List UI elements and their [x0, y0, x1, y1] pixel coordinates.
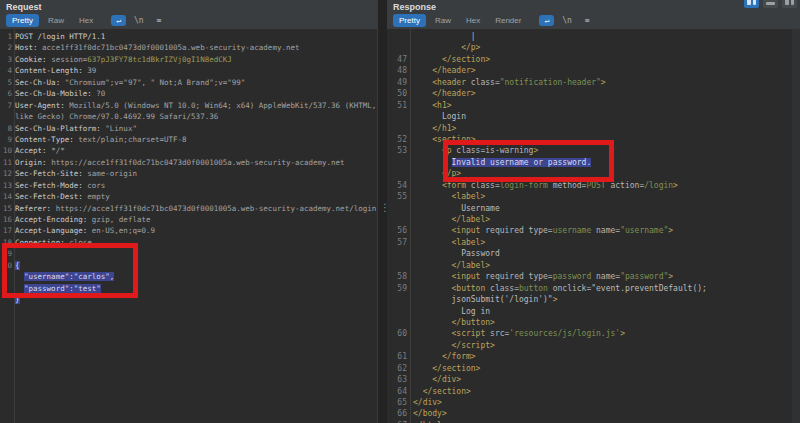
line-number: 8 [0, 123, 12, 134]
code-line: 63 </div> [387, 374, 800, 385]
code-line: 12Sec-Fetch-Site: same-origin [0, 168, 377, 179]
code-line: 14Sec-Fetch-Dest: empty [0, 191, 377, 202]
line-number: 59 [387, 283, 407, 294]
repeater-message-viewer: Request PrettyRawHex↵\n≡ 1POST /login HT… [0, 0, 800, 423]
line-number [387, 168, 407, 179]
code-line: </p> [387, 42, 800, 53]
code-line: Invalid username or password. [387, 157, 800, 168]
line-number: 16 [0, 214, 12, 225]
line-number: 13 [0, 180, 12, 191]
code-line: 10Accept: */* [0, 145, 377, 156]
soft-wrap-icon[interactable]: ↵ [539, 15, 554, 26]
line-number: 19 [0, 248, 12, 259]
code-line: 5Sec-Ch-Ua: "Chromium";v="97", " Not;A B… [0, 77, 377, 88]
line-number: 1 [0, 31, 12, 42]
line-number: 17 [0, 225, 12, 236]
code-line: jsonSubmit('/login')"> [387, 294, 800, 305]
line-number: 50 [387, 88, 407, 99]
line-number: 20 [0, 260, 12, 271]
line-number: 60 [387, 328, 407, 339]
response-gutter-divider [410, 29, 411, 423]
newline-chars-icon[interactable]: \n [557, 15, 577, 26]
code-line: 59 <button class=button onclick="event.p… [387, 283, 800, 294]
line-number: 14 [0, 191, 12, 202]
line-number: 63 [387, 374, 407, 385]
code-line: 11Origin: https://acce1ff31f0dc71bc0473d… [0, 157, 377, 168]
line-number: 2 [0, 42, 12, 53]
request-tabbar: PrettyRawHex↵\n≡ [6, 14, 377, 27]
code-line: 3Cookie: session=637pJ3FY78tc1dBkrIZVj0g… [0, 54, 377, 65]
tab-hex[interactable]: Hex [460, 14, 486, 27]
line-number [387, 248, 407, 259]
tab-hex[interactable]: Hex [73, 14, 99, 27]
tab-raw[interactable]: Raw [42, 14, 70, 27]
line-number: 65 [387, 397, 407, 408]
tab-raw[interactable]: Raw [429, 14, 457, 27]
line-number [0, 111, 12, 122]
request-panel: Request PrettyRawHex↵\n≡ 1POST /login HT… [0, 0, 378, 423]
line-number: 15 [0, 203, 12, 214]
response-editor[interactable]: | </p>47 </section>48 </header>49 <heade… [387, 29, 800, 423]
line-number: 3 [0, 54, 12, 65]
line-number: 55 [387, 191, 407, 202]
tab-render[interactable]: Render [489, 14, 527, 27]
code-line: 54 <form class=login-form method=POST ac… [387, 180, 800, 191]
newline-chars-icon[interactable]: \n [129, 15, 149, 26]
line-number: 57 [387, 237, 407, 248]
code-line: 47 </section> [387, 54, 800, 65]
code-line: </label> [387, 214, 800, 225]
tab-pretty[interactable]: Pretty [393, 14, 426, 27]
code-line: Log in [387, 306, 800, 317]
line-number [387, 214, 407, 225]
layout-rows-icon[interactable] [763, 0, 778, 8]
code-line: 50 </header> [387, 88, 800, 99]
code-line: </p> [387, 168, 800, 179]
line-number: 5 [0, 77, 12, 88]
request-gutter-divider [14, 29, 15, 423]
code-line: 49 <header class="notification-header"> [387, 77, 800, 88]
code-line: 62 </section> [387, 363, 800, 374]
editor-menu-icon[interactable]: ≡ [152, 15, 167, 26]
line-number [387, 306, 407, 317]
request-editor[interactable]: 1POST /login HTTP/1.12Host: acce1ff31f0d… [0, 29, 377, 423]
code-line: like Gecko) Chrome/97.0.4692.99 Safari/5… [0, 111, 377, 122]
code-line: 66</body> [387, 408, 800, 419]
code-line: 16Accept-Encoding: gzip, deflate [0, 214, 377, 225]
code-line: 48 </header> [387, 65, 800, 76]
line-number: 66 [387, 408, 407, 419]
line-number [387, 317, 407, 328]
line-number [387, 111, 407, 122]
code-line: 4Content-Length: 39 [0, 65, 377, 76]
code-line: </button> [387, 317, 800, 328]
layout-single-icon[interactable] [782, 0, 797, 8]
code-line: 8Sec-Ch-Ua-Platform: "Linux" [0, 123, 377, 134]
code-line: </h1> [387, 123, 800, 134]
line-number [387, 260, 407, 271]
line-number: 47 [387, 54, 407, 65]
line-number: 62 [387, 363, 407, 374]
line-number: 12 [0, 168, 12, 179]
code-line: "password":"test" [0, 283, 377, 294]
code-line: 57 <label> [387, 237, 800, 248]
code-line: 55 <label> [387, 191, 800, 202]
code-line: Password [387, 248, 800, 259]
request-panel-title: Request [6, 2, 377, 12]
request-panel-header: Request PrettyRawHex↵\n≡ [0, 0, 377, 29]
line-number: 52 [387, 134, 407, 145]
tab-pretty[interactable]: Pretty [6, 14, 39, 27]
response-panel: Response PrettyRawHexRender↵\n≡ | </p>47… [387, 0, 800, 423]
code-line: 58 <input required type=password name="p… [387, 271, 800, 282]
line-number [0, 271, 12, 282]
code-line: 1POST /login HTTP/1.1 [0, 31, 377, 42]
layout-columns-icon[interactable] [744, 0, 759, 8]
response-tabbar: PrettyRawHexRender↵\n≡ [393, 14, 800, 27]
line-number: 7 [0, 100, 12, 111]
line-number: 64 [387, 386, 407, 397]
response-scrollbar[interactable] [792, 29, 800, 423]
soft-wrap-icon[interactable]: ↵ [111, 15, 126, 26]
code-line: 51 <h1> [387, 100, 800, 111]
editor-menu-icon[interactable]: ≡ [580, 15, 595, 26]
code-line: "username":"carlos", [0, 271, 377, 282]
line-number: 49 [387, 77, 407, 88]
line-number [387, 294, 407, 305]
